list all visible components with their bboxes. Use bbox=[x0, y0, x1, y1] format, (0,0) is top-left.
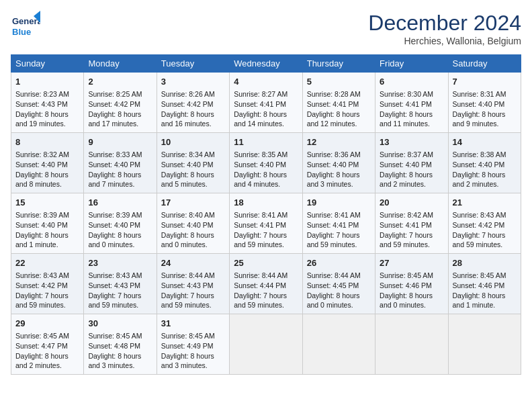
day-detail: Sunrise: 8:43 AMSunset: 4:42 PMDaylight:… bbox=[453, 210, 517, 250]
day-cell: 27Sunrise: 8:45 AMSunset: 4:46 PMDayligh… bbox=[375, 254, 448, 314]
day-cell: 6Sunrise: 8:30 AMSunset: 4:41 PMDaylight… bbox=[375, 73, 448, 133]
day-cell: 28Sunrise: 8:45 AMSunset: 4:46 PMDayligh… bbox=[448, 254, 521, 314]
title-block: December 2024 Herchies, Wallonia, Belgiu… bbox=[368, 11, 521, 46]
day-number: 19 bbox=[307, 197, 371, 209]
day-number: 10 bbox=[161, 136, 225, 148]
day-cell: 18Sunrise: 8:41 AMSunset: 4:41 PMDayligh… bbox=[230, 193, 302, 254]
col-tuesday: Tuesday bbox=[157, 55, 229, 73]
day-detail: Sunrise: 8:37 AMSunset: 4:40 PMDaylight:… bbox=[380, 150, 443, 189]
day-number: 21 bbox=[453, 197, 517, 209]
day-cell: 25Sunrise: 8:44 AMSunset: 4:44 PMDayligh… bbox=[230, 254, 302, 314]
day-detail: Sunrise: 8:39 AMSunset: 4:40 PMDaylight:… bbox=[15, 210, 79, 250]
col-monday: Monday bbox=[84, 55, 157, 73]
day-cell: 21Sunrise: 8:43 AMSunset: 4:42 PMDayligh… bbox=[448, 193, 521, 254]
day-number: 12 bbox=[307, 136, 371, 148]
day-detail: Sunrise: 8:45 AMSunset: 4:46 PMDaylight:… bbox=[453, 271, 517, 310]
day-cell: 22Sunrise: 8:43 AMSunset: 4:42 PMDayligh… bbox=[11, 254, 84, 314]
day-number: 26 bbox=[307, 257, 371, 269]
day-cell: 2Sunrise: 8:25 AMSunset: 4:42 PMDaylight… bbox=[84, 73, 157, 133]
day-cell: 13Sunrise: 8:37 AMSunset: 4:40 PMDayligh… bbox=[375, 133, 448, 193]
day-cell: 11Sunrise: 8:35 AMSunset: 4:40 PMDayligh… bbox=[230, 133, 302, 193]
day-detail: Sunrise: 8:44 AMSunset: 4:44 PMDaylight:… bbox=[234, 271, 298, 310]
week-row-5: 29Sunrise: 8:45 AMSunset: 4:47 PMDayligh… bbox=[11, 314, 521, 375]
week-row-3: 15Sunrise: 8:39 AMSunset: 4:40 PMDayligh… bbox=[11, 193, 521, 254]
calendar-body: 1Sunrise: 8:23 AMSunset: 4:43 PMDaylight… bbox=[11, 73, 521, 375]
day-detail: Sunrise: 8:39 AMSunset: 4:40 PMDaylight:… bbox=[88, 210, 152, 250]
day-number: 29 bbox=[15, 318, 79, 330]
day-detail: Sunrise: 8:28 AMSunset: 4:41 PMDaylight:… bbox=[307, 89, 371, 129]
day-cell: 5Sunrise: 8:28 AMSunset: 4:41 PMDaylight… bbox=[302, 73, 375, 133]
calendar-header: Sunday Monday Tuesday Wednesday Thursday… bbox=[11, 55, 521, 73]
day-cell: 19Sunrise: 8:41 AMSunset: 4:41 PMDayligh… bbox=[302, 193, 375, 254]
day-number: 14 bbox=[453, 136, 517, 148]
day-cell: 20Sunrise: 8:42 AMSunset: 4:41 PMDayligh… bbox=[375, 193, 448, 254]
day-detail: Sunrise: 8:41 AMSunset: 4:41 PMDaylight:… bbox=[234, 210, 298, 250]
day-number: 22 bbox=[15, 257, 79, 269]
day-number: 8 bbox=[15, 136, 79, 148]
calendar-table: Sunday Monday Tuesday Wednesday Thursday… bbox=[11, 54, 521, 375]
day-detail: Sunrise: 8:45 AMSunset: 4:49 PMDaylight:… bbox=[161, 331, 225, 371]
svg-text:Blue: Blue bbox=[12, 27, 31, 37]
day-detail: Sunrise: 8:43 AMSunset: 4:42 PMDaylight:… bbox=[15, 271, 79, 310]
day-number: 4 bbox=[234, 76, 298, 88]
day-number: 16 bbox=[88, 197, 152, 209]
day-cell: 16Sunrise: 8:39 AMSunset: 4:40 PMDayligh… bbox=[84, 193, 157, 254]
day-cell: 7Sunrise: 8:31 AMSunset: 4:40 PMDaylight… bbox=[448, 73, 521, 133]
day-cell: 8Sunrise: 8:32 AMSunset: 4:40 PMDaylight… bbox=[11, 133, 84, 193]
day-detail: Sunrise: 8:27 AMSunset: 4:41 PMDaylight:… bbox=[234, 89, 298, 129]
day-cell bbox=[230, 314, 302, 375]
col-sunday: Sunday bbox=[11, 55, 84, 73]
day-detail: Sunrise: 8:23 AMSunset: 4:43 PMDaylight:… bbox=[15, 89, 79, 129]
day-number: 1 bbox=[15, 76, 79, 88]
day-number: 20 bbox=[380, 197, 443, 209]
col-saturday: Saturday bbox=[448, 55, 521, 73]
day-detail: Sunrise: 8:40 AMSunset: 4:40 PMDaylight:… bbox=[161, 210, 225, 250]
day-cell bbox=[375, 314, 448, 375]
day-cell: 30Sunrise: 8:45 AMSunset: 4:48 PMDayligh… bbox=[84, 314, 157, 375]
day-number: 5 bbox=[307, 76, 371, 88]
week-row-2: 8Sunrise: 8:32 AMSunset: 4:40 PMDaylight… bbox=[11, 133, 521, 193]
logo-icon: General Blue bbox=[11, 11, 40, 40]
header-row: Sunday Monday Tuesday Wednesday Thursday… bbox=[11, 55, 521, 73]
day-cell: 26Sunrise: 8:44 AMSunset: 4:45 PMDayligh… bbox=[302, 254, 375, 314]
day-number: 9 bbox=[88, 136, 152, 148]
col-thursday: Thursday bbox=[302, 55, 375, 73]
day-cell bbox=[448, 314, 521, 375]
day-detail: Sunrise: 8:44 AMSunset: 4:43 PMDaylight:… bbox=[161, 271, 225, 310]
day-detail: Sunrise: 8:45 AMSunset: 4:46 PMDaylight:… bbox=[380, 271, 443, 310]
logo: General Blue bbox=[11, 11, 43, 40]
day-detail: Sunrise: 8:42 AMSunset: 4:41 PMDaylight:… bbox=[380, 210, 443, 250]
day-number: 7 bbox=[453, 76, 517, 88]
day-number: 28 bbox=[453, 257, 517, 269]
col-wednesday: Wednesday bbox=[230, 55, 302, 73]
day-detail: Sunrise: 8:31 AMSunset: 4:40 PMDaylight:… bbox=[453, 89, 517, 129]
day-number: 23 bbox=[88, 257, 152, 269]
day-cell: 12Sunrise: 8:36 AMSunset: 4:40 PMDayligh… bbox=[302, 133, 375, 193]
day-detail: Sunrise: 8:26 AMSunset: 4:42 PMDaylight:… bbox=[161, 89, 225, 129]
day-detail: Sunrise: 8:30 AMSunset: 4:41 PMDaylight:… bbox=[380, 89, 443, 129]
day-cell: 3Sunrise: 8:26 AMSunset: 4:42 PMDaylight… bbox=[157, 73, 229, 133]
calendar-title: December 2024 bbox=[368, 11, 521, 36]
calendar-subtitle: Herchies, Wallonia, Belgium bbox=[368, 36, 521, 46]
day-detail: Sunrise: 8:34 AMSunset: 4:40 PMDaylight:… bbox=[161, 150, 225, 189]
day-detail: Sunrise: 8:36 AMSunset: 4:40 PMDaylight:… bbox=[307, 150, 371, 189]
day-detail: Sunrise: 8:43 AMSunset: 4:43 PMDaylight:… bbox=[88, 271, 152, 310]
day-detail: Sunrise: 8:32 AMSunset: 4:40 PMDaylight:… bbox=[15, 150, 79, 189]
page-header: General Blue December 2024 Herchies, Wal… bbox=[11, 11, 521, 46]
day-cell: 31Sunrise: 8:45 AMSunset: 4:49 PMDayligh… bbox=[157, 314, 229, 375]
day-detail: Sunrise: 8:45 AMSunset: 4:48 PMDaylight:… bbox=[88, 331, 152, 371]
day-number: 31 bbox=[161, 318, 225, 330]
day-detail: Sunrise: 8:44 AMSunset: 4:45 PMDaylight:… bbox=[307, 271, 371, 310]
day-cell: 9Sunrise: 8:33 AMSunset: 4:40 PMDaylight… bbox=[84, 133, 157, 193]
day-number: 25 bbox=[234, 257, 298, 269]
day-detail: Sunrise: 8:38 AMSunset: 4:40 PMDaylight:… bbox=[453, 150, 517, 189]
day-cell: 14Sunrise: 8:38 AMSunset: 4:40 PMDayligh… bbox=[448, 133, 521, 193]
day-number: 6 bbox=[380, 76, 443, 88]
day-number: 30 bbox=[88, 318, 152, 330]
col-friday: Friday bbox=[375, 55, 448, 73]
week-row-1: 1Sunrise: 8:23 AMSunset: 4:43 PMDaylight… bbox=[11, 73, 521, 133]
day-number: 11 bbox=[234, 136, 298, 148]
day-number: 17 bbox=[161, 197, 225, 209]
day-number: 3 bbox=[161, 76, 225, 88]
day-cell: 24Sunrise: 8:44 AMSunset: 4:43 PMDayligh… bbox=[157, 254, 229, 314]
